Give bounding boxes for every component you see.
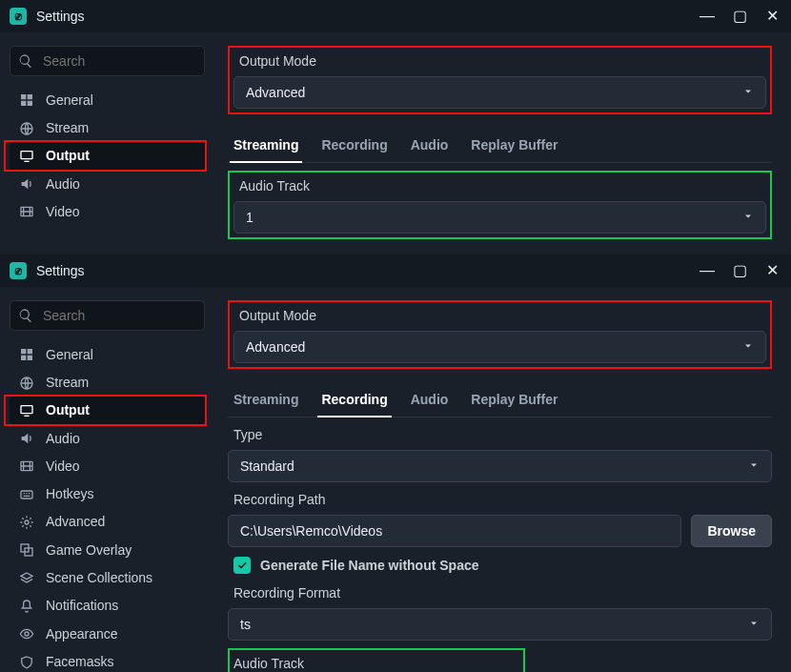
titlebar[interactable]: ⎚ Settings — ▢ ✕ xyxy=(0,0,791,32)
sidebar-item-output[interactable]: Output xyxy=(10,397,205,424)
sidebar-item-facemasks[interactable]: Facemasks xyxy=(10,647,205,672)
recording-format-value: ts xyxy=(240,617,251,632)
output-icon xyxy=(17,402,36,418)
output-mode-label: Output Mode xyxy=(233,306,766,325)
type-dropdown[interactable]: Standard xyxy=(228,450,772,482)
sidebar-item-game-overlay[interactable]: Game Overlay xyxy=(10,536,205,563)
sidebar-item-label: Advanced xyxy=(46,514,105,529)
chevron-down-icon xyxy=(742,339,754,355)
sidebar-item-notifications[interactable]: Notifications xyxy=(10,592,205,620)
main-panel: Output Mode Advanced Streaming Recording… xyxy=(214,287,791,672)
sidebar-item-video[interactable]: Video xyxy=(10,197,205,225)
maximize-button[interactable]: ▢ xyxy=(730,261,749,280)
sidebar: General Stream Output Audio xyxy=(0,32,214,255)
sidebar-item-stream[interactable]: Stream xyxy=(10,368,205,396)
speaker-icon xyxy=(17,175,36,192)
close-button[interactable]: ✕ xyxy=(762,261,781,280)
audio-track-section: Audio Track 1 2 xyxy=(228,648,525,672)
maximize-button[interactable]: ▢ xyxy=(730,7,749,26)
recording-format-label: Recording Format xyxy=(228,583,772,602)
film-icon xyxy=(17,458,36,474)
sidebar-item-audio[interactable]: Audio xyxy=(10,424,205,452)
globe-icon xyxy=(17,119,36,135)
minimize-button[interactable]: — xyxy=(698,7,717,26)
sidebar-item-scene-collections[interactable]: Scene Collections xyxy=(10,563,205,591)
tab-recording[interactable]: Recording xyxy=(319,386,389,417)
audio-track-label: Audio Track xyxy=(233,654,519,672)
output-mode-label: Output Mode xyxy=(233,51,766,71)
titlebar[interactable]: ⎚ Settings — ▢ ✕ xyxy=(0,255,791,287)
chevron-down-icon xyxy=(742,210,754,225)
sidebar-item-label: Hotkeys xyxy=(46,486,94,501)
sidebar-item-label: Appearance xyxy=(46,626,118,641)
svg-point-10 xyxy=(25,632,29,636)
tab-audio[interactable]: Audio xyxy=(409,386,451,417)
recording-format-dropdown[interactable]: ts xyxy=(228,608,772,641)
sidebar-item-appearance[interactable]: Appearance xyxy=(10,620,205,647)
eye-icon xyxy=(17,625,36,641)
svg-point-7 xyxy=(25,520,29,524)
sidebar-item-label: Scene Collections xyxy=(46,570,152,585)
search-field[interactable] xyxy=(41,307,196,324)
generate-filename-label: Generate File Name without Space xyxy=(260,558,479,573)
search-input[interactable] xyxy=(10,46,205,76)
search-field[interactable] xyxy=(41,52,196,70)
output-mode-value: Advanced xyxy=(246,85,305,100)
layers-icon xyxy=(17,569,36,585)
sidebar-item-label: Facemasks xyxy=(46,654,114,669)
sidebar-item-general[interactable]: General xyxy=(10,86,205,113)
app-icon: ⎚ xyxy=(10,8,27,25)
search-input[interactable] xyxy=(10,300,205,331)
chevron-down-icon xyxy=(748,617,760,632)
svg-rect-4 xyxy=(21,406,32,414)
sidebar-item-label: Audio xyxy=(46,431,80,446)
shield-icon xyxy=(17,653,36,669)
grid-icon xyxy=(17,346,36,362)
audio-track-label: Audio Track xyxy=(233,176,766,195)
sidebar-item-label: Notifications xyxy=(46,598,118,613)
settings-window-recording-variant: ⎚ Settings — ▢ ✕ General xyxy=(0,255,791,672)
recording-path-value: C:\Users\Remco\Videos xyxy=(240,523,382,539)
sidebar: General Stream Output Audio xyxy=(0,287,214,672)
sidebar-item-label: Video xyxy=(46,458,80,474)
sidebar-item-advanced[interactable]: Advanced xyxy=(10,508,205,536)
sidebar-item-output[interactable]: Output xyxy=(10,142,205,170)
output-mode-value: Advanced xyxy=(246,339,305,355)
generate-filename-row[interactable]: Generate File Name without Space xyxy=(228,555,772,576)
window-title: Settings xyxy=(36,263,85,278)
tab-streaming[interactable]: Streaming xyxy=(232,386,300,417)
output-mode-dropdown[interactable]: Advanced xyxy=(233,331,766,363)
sidebar-item-hotkeys[interactable]: Hotkeys xyxy=(10,479,205,507)
audio-track-dropdown[interactable]: 1 xyxy=(233,201,766,234)
sidebar-item-label: General xyxy=(46,347,93,362)
tab-recording[interactable]: Recording xyxy=(319,132,389,162)
recording-path-label: Recording Path xyxy=(228,490,772,509)
sidebar-item-general[interactable]: General xyxy=(10,340,205,368)
sidebar-item-label: Stream xyxy=(46,375,89,390)
audio-track-value: 1 xyxy=(246,210,254,225)
output-mode-dropdown[interactable]: Advanced xyxy=(233,76,766,109)
search-icon xyxy=(18,53,33,69)
output-tabs: Streaming Recording Audio Replay Buffer xyxy=(228,122,772,163)
sidebar-item-audio[interactable]: Audio xyxy=(10,170,205,197)
search-icon xyxy=(18,308,33,323)
minimize-button[interactable]: — xyxy=(698,261,717,280)
browse-button[interactable]: Browse xyxy=(691,515,772,547)
tab-replay-buffer[interactable]: Replay Buffer xyxy=(469,132,559,162)
tab-audio[interactable]: Audio xyxy=(409,132,451,162)
sidebar-item-stream[interactable]: Stream xyxy=(10,113,205,141)
recording-path-input[interactable]: C:\Users\Remco\Videos xyxy=(228,515,681,547)
sidebar-item-video[interactable]: Video xyxy=(10,452,205,479)
sidebar-item-label: Video xyxy=(46,204,80,219)
chevron-down-icon xyxy=(748,458,760,474)
settings-window-streaming-variant: ⎚ Settings — ▢ ✕ General xyxy=(0,0,791,255)
sidebar-item-label: Audio xyxy=(46,176,80,192)
close-button[interactable]: ✕ xyxy=(762,7,781,26)
main-panel: Output Mode Advanced Streaming Recording… xyxy=(214,32,791,255)
film-icon xyxy=(17,203,36,219)
tab-streaming[interactable]: Streaming xyxy=(232,132,300,162)
tab-replay-buffer[interactable]: Replay Buffer xyxy=(469,386,559,417)
generate-filename-checkbox[interactable] xyxy=(233,557,251,574)
svg-rect-1 xyxy=(21,152,32,159)
gear-icon xyxy=(17,514,36,530)
